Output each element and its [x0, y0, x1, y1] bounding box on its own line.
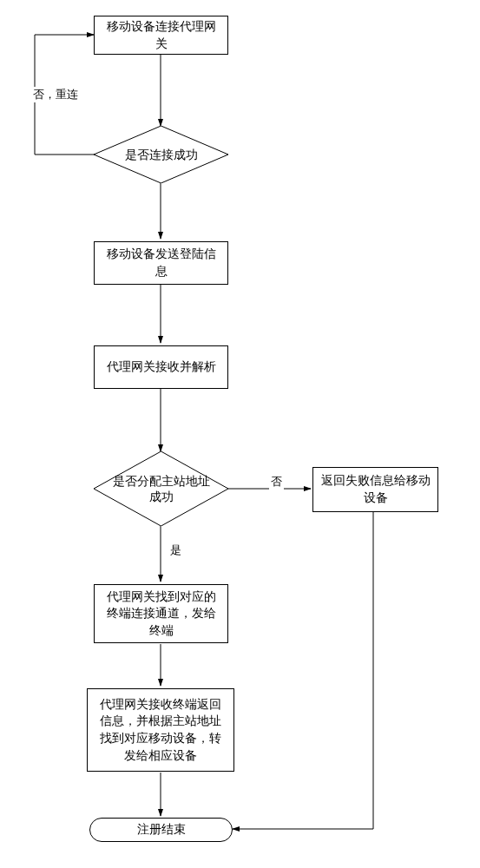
- edge-label-no: 否: [269, 474, 284, 490]
- terminator-label: 注册结束: [137, 821, 186, 838]
- process-label: 代理网关接收终端返回信息，并根据主站地址找到对应移动设备，转发给相应设备: [95, 696, 227, 764]
- flow-arrows: [0, 0, 480, 868]
- process-label: 代理网关接收并解析: [107, 358, 216, 376]
- decision-connect-success: 是否连接成功: [94, 126, 228, 183]
- edge-label-no-reconnect: 否，重连: [31, 87, 80, 102]
- process-connect-gateway: 移动设备连接代理网关: [94, 16, 228, 55]
- process-label: 代理网关找到对应的终端连接通道，发给终端: [102, 589, 220, 640]
- process-label: 返回失败信息给移动设备: [320, 472, 431, 506]
- decision-label: 是否连接成功: [125, 147, 198, 162]
- process-receive-parse: 代理网关接收并解析: [94, 345, 228, 389]
- process-send-login: 移动设备发送登陆信息: [94, 241, 228, 285]
- process-return-fail: 返回失败信息给移动设备: [312, 467, 438, 512]
- process-label: 移动设备连接代理网关: [102, 18, 220, 52]
- decision-label: 是否分配主站地址成功: [109, 473, 213, 504]
- edge-label-yes: 是: [168, 542, 183, 558]
- process-find-channel: 代理网关找到对应的终端连接通道，发给终端: [94, 584, 228, 643]
- terminator-end: 注册结束: [89, 818, 233, 842]
- decision-assign-address: 是否分配主站地址成功: [94, 451, 228, 526]
- process-label: 移动设备发送登陆信息: [102, 246, 220, 279]
- process-forward-device: 代理网关接收终端返回信息，并根据主站地址找到对应移动设备，转发给相应设备: [87, 688, 234, 772]
